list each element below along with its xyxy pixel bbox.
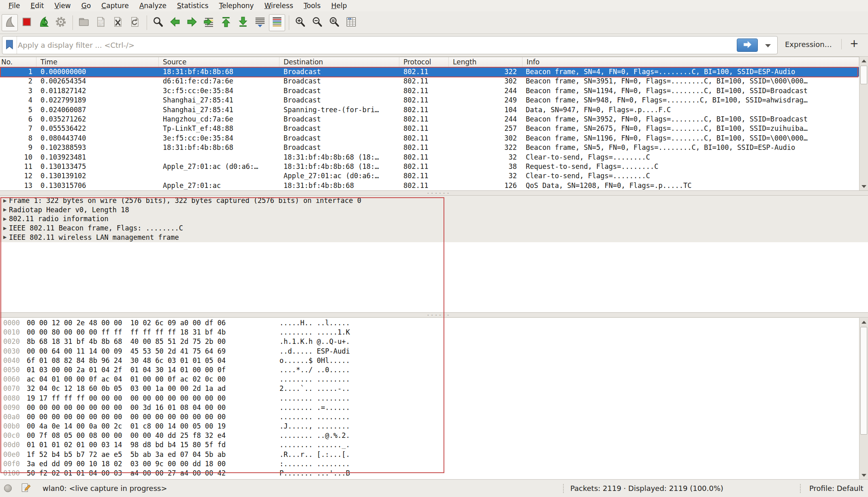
packet-row[interactable]: 80.0804437403e:f5:cc:0e:35:84Broadcast80…: [0, 134, 859, 143]
profile-selector[interactable]: Profile: Default: [809, 484, 864, 493]
column-header-source[interactable]: Source: [159, 57, 279, 67]
menu-item-statistics[interactable]: Statistics: [172, 1, 214, 11]
packet-row[interactable]: 70.055536422Tp-LinkT_ef:48:88Broadcast80…: [0, 124, 859, 133]
filter-dropdown-caret[interactable]: [765, 44, 771, 47]
packet-row[interactable]: 30.0118271423c:f5:cc:0e:35:84Broadcast80…: [0, 86, 859, 96]
go-first-packet-button[interactable]: [218, 14, 234, 31]
reload-file-button[interactable]: [127, 14, 143, 31]
go-back-button[interactable]: [167, 14, 183, 31]
column-header-protocol[interactable]: Protocol: [399, 57, 449, 67]
hex-row[interactable]: 007032 04 0c 12 18 60 0b 05 03 00 1a 00 …: [0, 384, 859, 393]
menu-item-edit[interactable]: Edit: [25, 1, 49, 11]
column-header-time[interactable]: Time: [36, 57, 159, 67]
pane-splitter-top[interactable]: ······: [0, 190, 868, 196]
go-last-packet-button[interactable]: [235, 14, 251, 31]
expression-button[interactable]: Expression…: [785, 40, 832, 49]
hex-row[interactable]: 008019 17 ff ff ff 00 00 00 00 00 00 00 …: [0, 394, 859, 403]
hex-row[interactable]: 00406f 01 08 82 84 8b 96 24 30 48 6c 03 …: [0, 356, 859, 365]
find-packet-button[interactable]: [150, 14, 166, 31]
detail-row[interactable]: ▶802.11 radio information: [0, 214, 868, 224]
menu-item-wireless[interactable]: Wireless: [259, 1, 299, 11]
hex-row[interactable]: 00b000 4a 0e 14 00 0a 00 2c 01 c8 00 14 …: [0, 422, 859, 431]
hex-row[interactable]: 00e01f 52 b4 b5 b7 72 ae e5 5b ab 3a ed …: [0, 450, 859, 459]
hex-row[interactable]: 001000 00 80 00 00 00 ff ff ff ff ff ff …: [0, 328, 859, 337]
hex-row[interactable]: 00f03a ed dd 09 00 10 18 02 03 00 9c 00 …: [0, 459, 859, 469]
zoom-reset-button[interactable]: [326, 14, 342, 31]
display-filter-input[interactable]: [18, 37, 735, 53]
packet-row[interactable]: 60.035271262Hangzhou_cd:7a:6eBroadcast80…: [0, 115, 859, 124]
packet-row[interactable]: 10.00000000018:31:bf:4b:8b:68Broadcast80…: [0, 67, 859, 77]
column-header-info[interactable]: Info: [523, 57, 859, 67]
packet-row[interactable]: 40.022799189Shanghai_27:85:41Broadcast80…: [0, 96, 859, 105]
splitter-grip[interactable]: ······: [427, 192, 441, 195]
packet-list-scrollbar[interactable]: [859, 57, 868, 190]
splitter-grip[interactable]: ······: [427, 314, 441, 317]
save-file-button[interactable]: 010101100011: [93, 14, 109, 31]
expand-arrow-icon[interactable]: ▶: [0, 235, 9, 240]
packet-row[interactable]: 50.024060087Shanghai_27:85:41Spanning-tr…: [0, 105, 859, 115]
apply-filter-button[interactable]: [737, 38, 758, 52]
detail-row[interactable]: ▶IEEE 802.11 wireless LAN management fra…: [0, 233, 868, 242]
menu-item-file[interactable]: File: [3, 1, 25, 11]
hex-row[interactable]: 00d001 01 01 02 01 00 03 14 98 d8 bd b4 …: [0, 440, 859, 450]
column-header-no[interactable]: No.: [0, 57, 36, 67]
expand-arrow-icon[interactable]: ▶: [0, 216, 9, 222]
zoom-out-button[interactable]: [309, 14, 325, 31]
zoom-in-button[interactable]: [292, 14, 308, 31]
packet-row[interactable]: 110.130133475Apple_27:01:ac (d0:a6:…18:3…: [0, 162, 859, 171]
hex-row[interactable]: 00a000 00 00 00 00 00 00 00 00 00 00 00 …: [0, 412, 859, 422]
scroll-up-arrow-icon[interactable]: [859, 318, 868, 326]
packet-row[interactable]: 20.002654354d6:61:fe:cd:7a:6eBroadcast80…: [0, 77, 859, 86]
expand-arrow-icon[interactable]: ▶: [0, 198, 9, 203]
pane-splitter-bottom[interactable]: ······: [0, 312, 868, 318]
detail-row[interactable]: ▶Radiotap Header v0, Length 18: [0, 205, 868, 215]
stop-capture-button[interactable]: [19, 14, 35, 31]
expand-arrow-icon[interactable]: ▶: [0, 226, 9, 231]
menu-item-tools[interactable]: Tools: [299, 1, 326, 11]
restart-capture-button[interactable]: [36, 14, 52, 31]
hex-row[interactable]: 009000 00 00 00 00 00 00 00 00 3d 16 01 …: [0, 403, 859, 412]
expand-arrow-icon[interactable]: ▶: [0, 207, 9, 212]
capture-options-button[interactable]: [53, 14, 69, 31]
auto-scroll-button[interactable]: [252, 14, 268, 31]
filter-bookmark-button[interactable]: [2, 36, 17, 54]
colorize-button[interactable]: [269, 14, 285, 31]
expert-info-button[interactable]: [4, 484, 12, 492]
add-filter-button[interactable]: +: [850, 37, 859, 49]
menu-item-telephony[interactable]: Telephony: [214, 1, 259, 11]
hex-row[interactable]: 010050 f2 02 01 01 84 00 03 a4 00 00 27 …: [0, 469, 859, 478]
detail-row[interactable]: ▶Frame 1: 322 bytes on wire (2576 bits),…: [0, 196, 868, 205]
scrollbar-thumb[interactable]: [860, 327, 867, 435]
detail-row[interactable]: ▶IEEE 802.11 Beacon frame, Flags: ......…: [0, 224, 868, 233]
go-forward-button[interactable]: [184, 14, 200, 31]
scrollbar-thumb[interactable]: [860, 66, 867, 84]
hex-row[interactable]: 0060ac 04 01 00 00 0f ac 04 01 00 00 0f …: [0, 375, 859, 384]
start-capture-button[interactable]: [2, 14, 18, 31]
packet-row[interactable]: 130.130315706Apple_27:01:ac18:31:bf:4b:8…: [0, 181, 859, 190]
hex-row[interactable]: 000000 00 12 00 2e 48 00 00 10 02 6c 09 …: [0, 318, 859, 328]
packet-row[interactable]: 100.10392348118:31:bf:4b:8b:68 (18:…802.…: [0, 153, 859, 162]
column-header-destination[interactable]: Destination: [279, 57, 399, 67]
packet-row[interactable]: 90.10238859318:31:bf:4b:8b:68Broadcast80…: [0, 143, 859, 152]
packet-row[interactable]: 120.130139102Apple_27:01:ac (d0:a6:…802.…: [0, 171, 859, 181]
menu-item-analyze[interactable]: Analyze: [134, 1, 172, 11]
packet-cell-time: 0.102388593: [36, 143, 159, 152]
menu-item-go[interactable]: Go: [76, 1, 96, 11]
menu-item-capture[interactable]: Capture: [96, 1, 134, 11]
hex-row[interactable]: 00c000 7f 08 05 00 08 00 00 00 00 40 dd …: [0, 431, 859, 440]
scroll-down-arrow-icon[interactable]: [859, 182, 868, 190]
capture-comment-button[interactable]: [21, 482, 31, 495]
scroll-down-arrow-icon[interactable]: [859, 471, 868, 479]
menu-item-help[interactable]: Help: [326, 1, 352, 11]
hex-row[interactable]: 00208b 68 18 31 bf 4b 8b 68 40 00 85 51 …: [0, 337, 859, 346]
resize-columns-button[interactable]: [343, 14, 359, 31]
hex-row[interactable]: 003000 00 64 00 11 14 00 09 45 53 50 2d …: [0, 347, 859, 356]
hex-row[interactable]: 005001 03 00 00 2a 01 04 2f 01 04 30 14 …: [0, 365, 859, 375]
close-file-button[interactable]: [110, 14, 126, 31]
open-file-button[interactable]: [76, 14, 92, 31]
go-to-packet-button[interactable]: [201, 14, 217, 31]
column-header-length[interactable]: Length: [449, 57, 523, 67]
packet-bytes-scrollbar[interactable]: [859, 318, 868, 479]
scroll-up-arrow-icon[interactable]: [859, 57, 868, 65]
menu-item-view[interactable]: View: [49, 1, 76, 11]
